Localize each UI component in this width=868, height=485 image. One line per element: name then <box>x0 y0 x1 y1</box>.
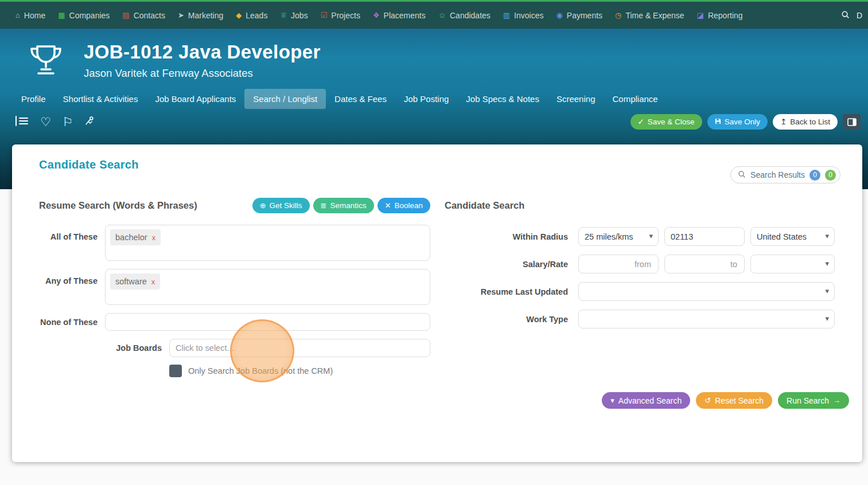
boolean-label: Boolean <box>394 201 423 210</box>
nav-item-projects[interactable]: ☑Projects <box>314 2 367 29</box>
nav-label: Marketing <box>188 11 223 20</box>
reset-search-label: Reset Search <box>715 396 764 405</box>
arrow-up-icon: ↥ <box>780 118 787 126</box>
tab-search-longlist[interactable]: Search / Longlist <box>244 89 326 109</box>
coin-icon: ◉ <box>556 11 562 19</box>
nav-item-invoices[interactable]: ▥Invoices <box>497 2 550 29</box>
reset-search-button[interactable]: ↺ Reset Search <box>696 392 772 409</box>
save-only-button[interactable]: Save Only <box>707 114 768 130</box>
pin-icon[interactable] <box>85 116 95 128</box>
job-subtitle: Jason Varitek at Fenway Associates <box>84 67 321 80</box>
resume-search-heading: Resume Search (Words & Phrases) <box>39 200 197 211</box>
keyword-tag: bachelor x <box>110 229 161 245</box>
nav-label: Invoices <box>514 11 543 20</box>
boolean-button[interactable]: ✕ Boolean <box>377 198 430 213</box>
chart-icon: ◪ <box>697 11 704 19</box>
nav-item-reporting[interactable]: ◪Reporting <box>691 2 749 29</box>
nav-item-leads[interactable]: ◆Leads <box>229 2 274 29</box>
tag-remove-icon[interactable]: x <box>152 233 156 242</box>
only-job-boards-checkbox[interactable] <box>169 365 182 377</box>
tab-job-specs-notes[interactable]: Job Specs & Notes <box>457 89 548 109</box>
country-select-wrap: United States <box>750 227 835 246</box>
postal-code-input[interactable] <box>664 227 745 246</box>
radius-select[interactable]: 25 miles/kms <box>578 227 659 246</box>
search-results-button[interactable]: Search Results 0 0 <box>730 166 840 183</box>
nav-label: Projects <box>331 11 360 20</box>
resume-last-updated-label: Resume Last Updated <box>445 287 568 296</box>
work-type-select[interactable] <box>578 310 835 328</box>
tab-profile[interactable]: Profile <box>13 89 55 109</box>
none-of-these-input[interactable] <box>105 313 430 331</box>
nav-item-marketing[interactable]: ➤Marketing <box>172 2 229 29</box>
semantics-label: Semantics <box>330 201 367 210</box>
any-of-these-input[interactable]: software x <box>105 269 430 305</box>
semantics-button[interactable]: ≣ Semantics <box>313 198 374 213</box>
nav-label: Reporting <box>708 11 743 20</box>
sidebar-toggle-icon[interactable] <box>15 116 29 128</box>
page-title: Candidate Search <box>39 158 835 171</box>
job-boards-input[interactable] <box>169 339 430 357</box>
tab-shortlist-activities[interactable]: Shortlist & Activities <box>55 89 147 109</box>
candidate-search-section: Candidate Search Within Radius 25 miles/… <box>445 198 835 377</box>
tab-compliance[interactable]: Compliance <box>604 89 666 109</box>
plus-circle-icon: ⊕ <box>260 202 266 209</box>
nav-label: Candidates <box>450 11 491 20</box>
nav-overflow-item[interactable]: D <box>857 11 862 20</box>
any-of-these-label: Any of These <box>39 269 98 285</box>
results-count-green-badge: 0 <box>825 170 836 181</box>
tab-dates-fees[interactable]: Dates & Fees <box>326 89 395 109</box>
search-icon[interactable] <box>841 10 850 21</box>
contacts-icon: ▤ <box>122 11 129 19</box>
all-of-these-label: All of These <box>39 225 98 241</box>
save-floppy-icon <box>715 118 721 126</box>
nav-item-jobs[interactable]: ♕Jobs <box>274 2 314 29</box>
chevron-down-icon: ▾ <box>610 397 614 404</box>
save-close-button[interactable]: ✓ Save & Close <box>630 114 702 130</box>
favorite-heart-icon[interactable]: ♡ <box>40 116 51 128</box>
back-to-list-button[interactable]: ↥ Back to List <box>773 114 838 130</box>
tag-remove-icon[interactable]: x <box>151 277 155 286</box>
nav-item-home[interactable]: ⌂Home <box>9 2 52 29</box>
nav-item-candidates[interactable]: ☺Candidates <box>432 2 497 29</box>
boolean-x-icon: ✕ <box>385 202 391 209</box>
advanced-search-button[interactable]: ▾ Advanced Search <box>602 392 690 409</box>
resume-last-updated-select-wrap <box>578 282 835 301</box>
get-skills-button[interactable]: ⊕ Get Skills <box>252 198 310 213</box>
save-close-label: Save & Close <box>648 118 695 126</box>
nav-item-payments[interactable]: ◉Payments <box>550 2 609 29</box>
salary-from-input[interactable] <box>578 255 659 273</box>
tab-job-posting[interactable]: Job Posting <box>395 89 457 109</box>
salary-period-select[interactable] <box>750 255 835 273</box>
salary-to-input[interactable] <box>664 255 745 273</box>
candidate-search-heading: Candidate Search <box>445 198 835 213</box>
tag-text: bachelor <box>115 233 147 242</box>
nav-item-placements[interactable]: ❖Placements <box>367 2 432 29</box>
search-results-label: Search Results <box>750 170 805 179</box>
semantics-icon: ≣ <box>321 202 327 209</box>
save-only-label: Save Only <box>725 118 760 126</box>
nav-item-companies[interactable]: ▦Companies <box>52 2 116 29</box>
side-panel-toggle-button[interactable] <box>843 114 861 130</box>
search-icon <box>738 170 746 180</box>
top-nav: ⌂Home ▦Companies ▤Contacts ➤Marketing ◆L… <box>0 0 868 29</box>
flag-icon[interactable]: ⚐ <box>63 116 73 128</box>
tab-screening[interactable]: Screening <box>548 89 604 109</box>
reset-icon: ↺ <box>704 397 711 404</box>
building-icon: ▦ <box>58 11 65 19</box>
tag-text: software <box>115 277 147 286</box>
all-of-these-input[interactable]: bachelor x <box>105 225 430 261</box>
resume-last-updated-select[interactable] <box>578 282 835 301</box>
work-type-select-wrap <box>578 310 835 328</box>
nav-item-contacts[interactable]: ▤Contacts <box>116 2 172 29</box>
nav-item-time-expense[interactable]: ◷Time & Expense <box>609 2 691 29</box>
country-select[interactable]: United States <box>750 227 835 246</box>
trophy-icon: ♕ <box>280 11 287 19</box>
placement-icon: ❖ <box>373 11 380 19</box>
within-radius-label: Within Radius <box>445 232 568 241</box>
nav-label: Contacts <box>134 11 165 20</box>
job-boards-label: Job Boards <box>103 343 162 353</box>
person-icon: ☺ <box>438 11 446 19</box>
tab-job-board-applicants[interactable]: Job Board Applicants <box>146 89 244 109</box>
document-icon: ▥ <box>503 11 510 19</box>
run-search-button[interactable]: Run Search → <box>778 392 849 409</box>
